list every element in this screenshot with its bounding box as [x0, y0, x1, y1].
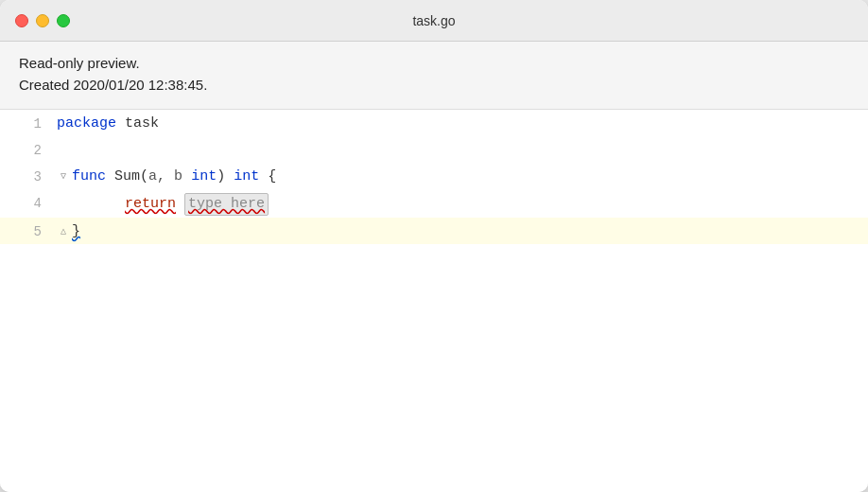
line-number-1: 1: [0, 110, 53, 136]
return-keyword: return: [125, 194, 176, 215]
maximize-button[interactable]: [57, 14, 70, 27]
fold-icon-3: ▽: [57, 170, 70, 184]
line-content-4: return type here: [53, 189, 868, 218]
space-param: [165, 167, 174, 187]
line-content-6: [53, 244, 868, 271]
line-content-5: △ }: [53, 218, 868, 244]
line-content-1: package task: [53, 110, 868, 136]
space-ret: [225, 167, 234, 187]
param-int: int: [191, 167, 217, 187]
code-area: 1 package task 2 3 ▽ func Sum ( a,: [0, 110, 868, 492]
space-b-int: [182, 167, 191, 187]
close-brace: }: [72, 221, 80, 242]
code-line-3: 3 ▽ func Sum ( a, b int ) int {: [0, 163, 868, 189]
line-number-3: 3: [0, 163, 53, 189]
space-1: [116, 114, 125, 134]
code-line-6: [0, 244, 868, 271]
func-name: Sum: [114, 167, 140, 187]
param-b: b: [174, 167, 182, 187]
minimize-button[interactable]: [36, 14, 49, 27]
param-a: a,: [148, 167, 165, 187]
code-line-5: 5 △ }: [0, 218, 868, 244]
line-content-2: [53, 136, 868, 163]
info-bar: Read-only preview. Created 2020/01/20 12…: [0, 42, 868, 110]
indent-4: [57, 194, 125, 215]
package-name: task: [125, 114, 159, 134]
title-bar: task.go: [0, 0, 868, 42]
line-number-5: 5: [0, 218, 53, 244]
return-int: int: [234, 167, 259, 187]
close-button[interactable]: [15, 14, 28, 27]
package-keyword: package: [57, 114, 116, 134]
code-line-1: 1 package task: [0, 110, 868, 136]
window: task.go Read-only preview. Created 2020/…: [0, 0, 868, 492]
window-title: task.go: [412, 13, 455, 28]
space-func: [106, 167, 114, 187]
code-line-4: 4 return type here: [0, 189, 868, 218]
space-return: [176, 194, 184, 215]
space-brace: [259, 167, 268, 187]
placeholder-text: type here: [184, 193, 269, 216]
close-paren: ): [217, 167, 225, 187]
fold-icon-5: △: [57, 225, 70, 238]
info-line1: Read-only preview.: [19, 53, 849, 75]
open-paren: (: [140, 167, 148, 187]
line-content-3: ▽ func Sum ( a, b int ) int {: [53, 163, 868, 189]
code-line-2: 2: [0, 136, 868, 163]
open-brace: {: [268, 167, 276, 187]
info-line2: Created 2020/01/20 12:38:45.: [19, 75, 849, 97]
traffic-lights: [15, 14, 70, 27]
func-keyword: func: [72, 167, 106, 187]
line-number-2: 2: [0, 136, 53, 163]
line-number-4: 4: [0, 189, 53, 216]
line-number-6: [0, 244, 53, 250]
